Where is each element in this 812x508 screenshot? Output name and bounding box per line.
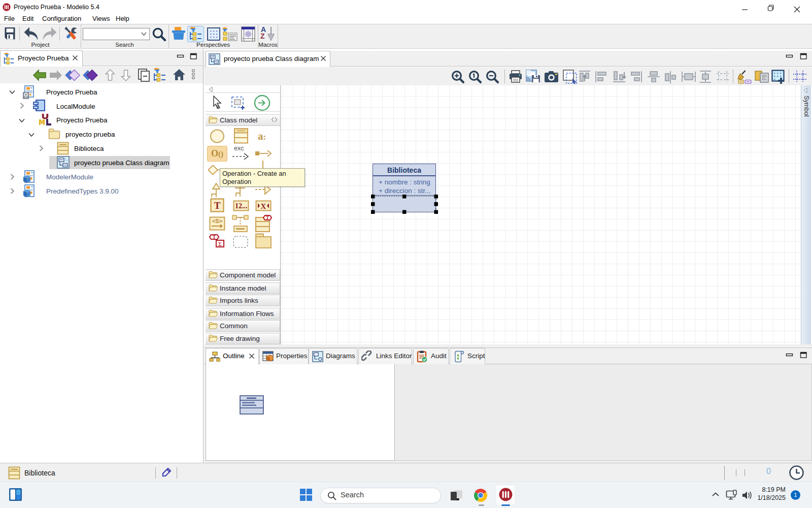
- svg-text:T: T: [214, 200, 221, 211]
- svg-text:X: X: [261, 202, 266, 210]
- svg-text:T: T: [213, 235, 216, 240]
- svg-text:12...: 12...: [235, 202, 248, 210]
- svg-text:<S>: <S>: [212, 218, 222, 224]
- svg-text:T: T: [266, 215, 269, 220]
- svg-text:Σ: Σ: [218, 241, 222, 247]
